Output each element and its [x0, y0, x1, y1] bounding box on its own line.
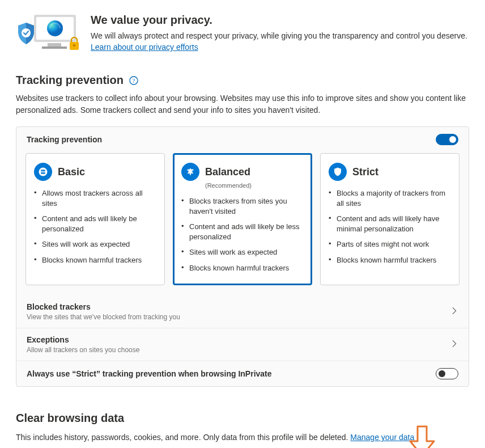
strict-inprivate-row: Always use “Strict” tracking prevention …	[16, 361, 469, 386]
strict-inprivate-toggle[interactable]	[436, 368, 458, 379]
balanced-icon	[181, 163, 199, 181]
privacy-body: We will always protect and respect your …	[91, 30, 469, 53]
svg-point-5	[22, 28, 31, 37]
svg-rect-11	[190, 168, 191, 175]
tracking-levels: Basic Allows most trackers across all si…	[16, 147, 469, 295]
level-basic-bullets: Allows most trackers across all sites Co…	[34, 185, 156, 268]
svg-text:?: ?	[133, 77, 135, 83]
annotation-arrow-icon	[408, 425, 436, 448]
list-item: Blocks trackers from sites you haven't v…	[181, 193, 304, 219]
list-item: Blocks known harmful trackers	[181, 260, 304, 276]
level-strict-title: Strict	[352, 166, 378, 178]
svg-point-10	[39, 168, 48, 176]
level-basic-title: Basic	[58, 166, 85, 178]
chevron-right-icon	[450, 307, 458, 316]
blocked-trackers-title: Blocked trackers	[27, 302, 180, 311]
level-balanced[interactable]: Balanced (Recommended) Blocks trackers f…	[173, 153, 312, 285]
strict-inprivate-title: Always use “Strict” tracking prevention …	[27, 369, 272, 378]
tracking-toggle-label: Tracking prevention	[27, 135, 102, 144]
list-item: Sites will work as expected	[181, 244, 304, 260]
tracking-toggle[interactable]	[436, 134, 458, 145]
clear-desc: This includes history, passwords, cookie…	[16, 432, 469, 443]
privacy-hero-icon	[16, 14, 79, 53]
privacy-header: We value your privacy. We will always pr…	[16, 14, 469, 53]
clear-title: Clear browsing data	[16, 412, 469, 425]
exceptions-sub: Allow all trackers on sites you choose	[27, 346, 139, 354]
level-strict[interactable]: Strict Blocks a majority of trackers fro…	[320, 153, 460, 285]
manage-data-link[interactable]: Manage your data	[350, 433, 414, 442]
clear-browsing-section: Clear browsing data This includes histor…	[16, 412, 469, 448]
level-balanced-title: Balanced	[205, 166, 250, 178]
privacy-title: We value your privacy.	[91, 14, 469, 27]
svg-rect-2	[48, 43, 61, 47]
blocked-trackers-sub: View the sites that we've blocked from t…	[27, 313, 180, 321]
exceptions-title: Exceptions	[27, 335, 139, 344]
list-item: Blocks known harmful trackers	[329, 252, 451, 268]
level-balanced-bullets: Blocks trackers from sites you haven't v…	[181, 193, 304, 276]
help-icon[interactable]: ?	[129, 76, 138, 85]
blocked-trackers-row[interactable]: Blocked trackers View the sites that we'…	[16, 295, 469, 328]
list-item: Blocks known harmful trackers	[34, 252, 156, 268]
svg-rect-3	[42, 47, 67, 49]
chevron-right-icon	[450, 340, 458, 349]
strict-icon	[329, 163, 347, 181]
level-balanced-sub: (Recommended)	[205, 182, 304, 189]
list-item: Content and ads will likely have minimal…	[329, 211, 451, 236]
privacy-learn-link[interactable]: Learn about our privacy efforts	[91, 43, 198, 52]
list-item: Sites will work as expected	[34, 236, 156, 252]
tracking-section-title: Tracking prevention	[16, 74, 124, 87]
list-item: Blocks a majority of trackers from all s…	[329, 185, 451, 211]
tracking-section-title-row: Tracking prevention ?	[16, 74, 469, 87]
tracking-toggle-row: Tracking prevention	[16, 127, 469, 147]
tracking-card: Tracking prevention Basic Allows most tr…	[16, 126, 469, 387]
level-strict-bullets: Blocks a majority of trackers from all s…	[329, 185, 451, 268]
exceptions-row[interactable]: Exceptions Allow all trackers on sites y…	[16, 328, 469, 361]
privacy-header-text: We value your privacy. We will always pr…	[91, 14, 469, 53]
basic-icon	[34, 163, 52, 181]
level-basic[interactable]: Basic Allows most trackers across all si…	[25, 153, 165, 285]
list-item: Parts of sites might not work	[329, 236, 451, 252]
svg-point-7	[73, 44, 75, 47]
list-item: Content and ads will likely be personali…	[34, 211, 156, 236]
list-item: Content and ads will likely be less pers…	[181, 219, 304, 244]
tracking-section-desc: Websites use trackers to collect info ab…	[16, 92, 469, 116]
list-item: Allows most trackers across all sites	[34, 185, 156, 211]
